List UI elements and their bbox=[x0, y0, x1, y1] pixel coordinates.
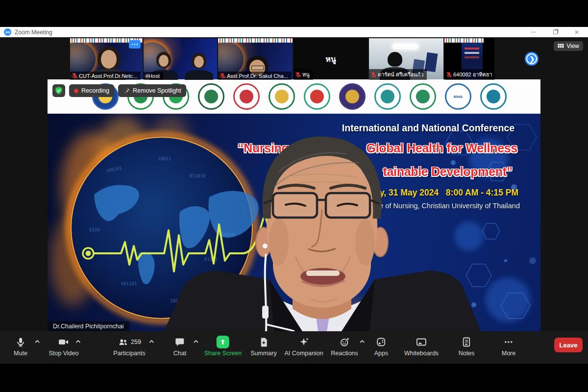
apps-label: Apps bbox=[374, 350, 389, 357]
meeting-toolbar: Mute Stop Video 259 Participants Chat Sh… bbox=[0, 331, 588, 364]
leave-button[interactable]: Leave bbox=[554, 338, 583, 352]
more-label: More bbox=[502, 350, 515, 357]
chevron-up-icon[interactable] bbox=[193, 340, 199, 343]
whiteboards-button[interactable]: Whiteboards bbox=[404, 336, 439, 357]
video-tile[interactable]: Asst.Prof.Dr. Sakul Cha... bbox=[218, 38, 293, 80]
summary-icon bbox=[258, 337, 269, 347]
stop-video-label: Stop Video bbox=[49, 350, 79, 357]
summary-button[interactable]: Summary bbox=[250, 336, 276, 357]
video-tile[interactable]: #Host bbox=[144, 38, 217, 80]
more-dots-icon bbox=[503, 337, 514, 347]
notes-label: Notes bbox=[459, 350, 475, 357]
participant-name-label: 640082 อาทิตยา bbox=[444, 69, 494, 80]
logo-green-gold-crest bbox=[269, 83, 295, 110]
camera-icon bbox=[58, 337, 70, 347]
muted-mic-icon bbox=[220, 73, 225, 79]
participants-count: 259 bbox=[131, 339, 141, 345]
logo-purple-h-university bbox=[339, 83, 366, 110]
participant-name-label: #Host bbox=[144, 72, 163, 80]
ai-companion-icon bbox=[298, 337, 309, 347]
video-tile[interactable]: หนู หนู bbox=[294, 38, 368, 80]
chevron-right-icon: ❯ bbox=[530, 55, 535, 63]
spotlight-video[interactable]: NIHA Recording Remove Spotlight bbox=[48, 79, 540, 331]
video-tile[interactable]: CUT-Asst.Prof.Dr.Netc... bbox=[70, 38, 143, 80]
apps-button[interactable]: Apps bbox=[374, 336, 389, 357]
participants-label: Participants bbox=[113, 350, 145, 357]
recording-indicator[interactable]: Recording bbox=[69, 84, 114, 97]
zoom-meeting-window: zm Zoom Meeting ✕ CUT-Asst.Prof.Dr.Netc.… bbox=[0, 0, 588, 392]
grid-view-icon bbox=[558, 44, 564, 49]
muted-mic-icon bbox=[446, 72, 452, 78]
participant-body bbox=[185, 70, 213, 80]
chat-button[interactable]: Chat bbox=[173, 336, 186, 357]
next-page-button[interactable]: ❯ bbox=[525, 52, 539, 66]
speaker-name-label: Dr.Chailerd Pichitpornchai bbox=[48, 321, 129, 331]
participant-name-label: CUT-Asst.Prof.Dr.Netc... bbox=[70, 72, 141, 80]
reactions-icon bbox=[339, 337, 350, 347]
mute-label: Mute bbox=[14, 350, 27, 357]
muted-mic-icon bbox=[295, 72, 301, 78]
video-tile[interactable]: 640082 อาทิตยา bbox=[444, 38, 494, 80]
logo-green-college-crest bbox=[198, 83, 224, 110]
tile-logo-strip bbox=[218, 38, 293, 43]
conference-banner: 100101 011010 10010 001101 100110 0110 1… bbox=[48, 114, 540, 331]
logo-red-university-seal bbox=[233, 83, 260, 110]
participant-face bbox=[194, 56, 204, 68]
reactions-button[interactable]: Reactions bbox=[331, 336, 358, 357]
meeting-status-pills: Recording Remove Spotlight bbox=[52, 84, 186, 97]
stop-video-button[interactable]: Stop Video bbox=[49, 336, 79, 357]
minimize-button[interactable] bbox=[526, 27, 541, 37]
titlebar: zm Zoom Meeting ✕ bbox=[0, 27, 588, 38]
participant-name-label: ดารัตน์ ศรีเครือแก้ว bbox=[369, 69, 427, 80]
participant-head bbox=[388, 52, 402, 67]
ai-companion-label: AI Companion bbox=[284, 350, 323, 357]
participant-name-label: หนู bbox=[294, 69, 313, 80]
whiteboards-icon bbox=[416, 337, 427, 347]
view-button[interactable]: View bbox=[554, 41, 583, 51]
chat-icon bbox=[174, 337, 185, 347]
mic-icon bbox=[15, 337, 26, 347]
chevron-up-icon[interactable] bbox=[148, 340, 154, 343]
notes-icon bbox=[461, 337, 472, 347]
more-button[interactable]: More bbox=[502, 336, 515, 357]
participant-face bbox=[159, 55, 169, 67]
participant-face bbox=[101, 50, 117, 69]
video-tile[interactable]: ดารัตน์ ศรีเครือแก้ว bbox=[369, 38, 443, 80]
chevron-up-icon[interactable] bbox=[359, 340, 365, 343]
logo-teal-cross-association bbox=[374, 83, 401, 110]
remove-spotlight-label: Remove Spotlight bbox=[133, 87, 181, 94]
participant-glasses bbox=[251, 66, 264, 70]
muted-mic-icon bbox=[371, 72, 376, 78]
muted-mic-icon bbox=[72, 73, 77, 79]
meeting-canvas: CUT-Asst.Prof.Dr.Netc... #Host Asst.Prof… bbox=[0, 37, 588, 331]
speaker-portrait bbox=[48, 114, 540, 331]
tile-more-options-icon[interactable] bbox=[129, 40, 141, 49]
remove-spotlight-button[interactable]: Remove Spotlight bbox=[118, 84, 186, 97]
recording-label: Recording bbox=[81, 87, 109, 94]
chevron-up-icon[interactable] bbox=[34, 340, 40, 343]
share-screen-button[interactable]: Share Screen bbox=[204, 336, 242, 357]
share-screen-icon bbox=[217, 336, 229, 348]
logo-green-cross-college bbox=[410, 83, 436, 110]
logo-teal-nursing-crest bbox=[480, 83, 507, 110]
chat-label: Chat bbox=[173, 350, 186, 357]
reactions-label: Reactions bbox=[331, 350, 358, 357]
tile-logo-strip bbox=[444, 38, 484, 43]
view-button-label: View bbox=[566, 43, 579, 49]
pin-icon bbox=[123, 87, 130, 94]
logo-niha-institute: NIHA bbox=[445, 83, 471, 110]
security-shield-icon[interactable] bbox=[52, 84, 65, 97]
summary-label: Summary bbox=[250, 350, 276, 357]
ai-companion-button[interactable]: AI Companion bbox=[284, 336, 323, 357]
share-screen-label: Share Screen bbox=[204, 350, 242, 357]
record-dot-icon bbox=[74, 89, 78, 93]
notes-button[interactable]: Notes bbox=[459, 336, 475, 357]
mute-button[interactable]: Mute bbox=[14, 336, 27, 357]
ceiling-light bbox=[392, 44, 418, 49]
chevron-up-icon[interactable] bbox=[75, 340, 81, 343]
whiteboards-label: Whiteboards bbox=[404, 350, 439, 357]
apps-icon bbox=[376, 337, 387, 347]
restore-button[interactable] bbox=[548, 27, 563, 37]
participants-button[interactable]: 259 Participants bbox=[113, 336, 145, 357]
close-button[interactable]: ✕ bbox=[569, 27, 584, 37]
